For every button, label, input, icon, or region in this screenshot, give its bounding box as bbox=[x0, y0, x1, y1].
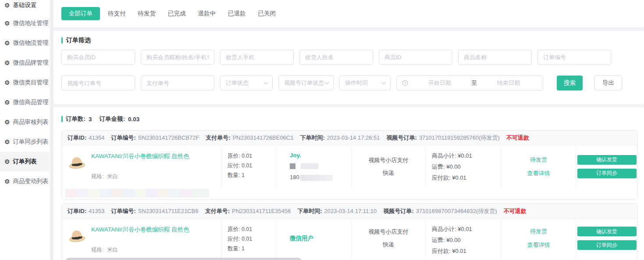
pay-no-label: 支付单号: bbox=[206, 134, 230, 141]
order-status-tabs: 全部订单待支付待发货已完成退款中已退款已关闭 bbox=[53, 0, 644, 27]
payment-cell: 视频号小店支付 快递 bbox=[351, 219, 425, 258]
video-order-status-select[interactable]: 视频号订单状态 bbox=[278, 76, 334, 90]
export-button[interactable]: 导出 bbox=[594, 76, 622, 90]
order-list: 订单ID:41354订单编号:SN2303141726BCB72F支付单号:PN… bbox=[61, 130, 638, 260]
sidebar-item[interactable]: ⚙订单列表 bbox=[0, 152, 49, 171]
sidebar-item[interactable]: ⚙微信地址管理 bbox=[0, 13, 49, 33]
order-sync-button[interactable]: 订单同步 bbox=[577, 240, 637, 250]
product-image-hat bbox=[68, 154, 86, 188]
sidebar-scrollbar[interactable] bbox=[49, 0, 52, 260]
start-date-placeholder: 开始日期 bbox=[411, 79, 469, 87]
video-order-value: 3710169870073464832(待发货) bbox=[416, 208, 497, 214]
order-tab[interactable]: 待支付 bbox=[108, 10, 126, 18]
sidebar-item[interactable]: ⚙商品审核列表 bbox=[0, 112, 49, 132]
filter-input[interactable] bbox=[458, 50, 532, 65]
order-tab[interactable]: 待发货 bbox=[138, 10, 156, 18]
sidebar-item-label: 微信物流管理 bbox=[13, 39, 49, 47]
filter-input[interactable] bbox=[61, 50, 135, 65]
product-name-link[interactable]: KAWATANI/川谷小卷檐编织帽 自然色 bbox=[91, 226, 189, 234]
price-line: 原价: 0.01 bbox=[228, 224, 276, 234]
confirm-ship-button[interactable]: 确认发货 bbox=[577, 155, 637, 165]
filter-input[interactable] bbox=[299, 50, 373, 65]
product-name-link[interactable]: KAWATANI/川谷小卷檐编织帽 自然色 bbox=[91, 152, 189, 160]
sidebar-item[interactable]: ⚙商品变动列表 bbox=[0, 171, 49, 191]
gear-icon: ⚙ bbox=[4, 99, 10, 105]
money-line: 运费: ¥0.00 bbox=[432, 235, 501, 246]
filter-title-text: 订单筛选 bbox=[66, 36, 91, 44]
view-detail-link[interactable]: 查看详情 bbox=[527, 241, 550, 249]
order-row: KAWATANI/川谷小卷檐编织帽 自然色 规格: 米白 原价: 0.01应付:… bbox=[62, 219, 637, 258]
gear-icon: ⚙ bbox=[4, 2, 10, 8]
main-content: 全部订单待支付待发货已完成退款中已退款已关闭 订单筛选 订单状态 视频号订单状态 bbox=[52, 0, 644, 260]
filter-input[interactable] bbox=[220, 50, 294, 65]
video-order: 视频号订单:3710170119159285760(待发货) bbox=[387, 134, 500, 142]
no-refund-flag: 不可退款 bbox=[504, 207, 527, 215]
view-detail-link[interactable]: 查看详情 bbox=[527, 170, 550, 177]
order-time-label: 下单时间: bbox=[297, 208, 322, 214]
sidebar-item[interactable]: ⚙微信品牌管理 bbox=[0, 53, 49, 72]
gear-icon: ⚙ bbox=[4, 20, 10, 26]
money-line: 运费: ¥0.00 bbox=[432, 161, 501, 172]
video-order: 视频号订单:3710169870073464832(待发货) bbox=[383, 207, 497, 215]
masked-phone-block bbox=[300, 175, 333, 181]
order-header: 订单ID:41353订单编号:SN2303141711E21CB6支付单号:PN… bbox=[62, 204, 637, 219]
order-card: 订单ID:41354订单编号:SN2303141726BCB72F支付单号:PN… bbox=[61, 130, 638, 200]
sidebar-item[interactable]: ⚙基础设置 bbox=[0, 0, 49, 13]
pay-no-value: PN2303141726BE06C1 bbox=[233, 134, 294, 141]
order-status-select[interactable]: 订单状态 bbox=[220, 76, 273, 90]
order-count-label: 订单数: bbox=[66, 115, 85, 123]
price-cell: 原价: 0.01应付: 0.01数量: 1 bbox=[221, 219, 276, 258]
masked-name bbox=[290, 163, 351, 169]
shipping-method: 快递 bbox=[383, 241, 394, 249]
pay-no: 支付单号:PN2303141726BE06C1 bbox=[206, 134, 293, 142]
pay-no-label: 支付单号: bbox=[205, 208, 230, 214]
filter-input[interactable] bbox=[141, 50, 214, 65]
money-line: 应付款: ¥0.01 bbox=[432, 246, 501, 256]
shipping-method: 快递 bbox=[383, 169, 394, 177]
sidebar-item[interactable]: ⚙微信类目管理 bbox=[0, 72, 49, 92]
search-button[interactable]: 搜索 bbox=[557, 76, 583, 90]
end-date-placeholder: 结束日期 bbox=[480, 79, 537, 87]
money-line: 应付款: ¥0.01 bbox=[432, 172, 501, 183]
product-image-hat bbox=[68, 228, 86, 258]
customer-phone: 180 bbox=[290, 174, 351, 181]
product-spec: 规格: 米白 bbox=[91, 173, 189, 181]
order-tab[interactable]: 已完成 bbox=[168, 10, 186, 18]
order-filter-panel: 订单筛选 订单状态 视频号订单状态 操作时间 bbox=[53, 31, 644, 104]
chevron-down-icon bbox=[382, 80, 386, 84]
date-range-picker[interactable]: 开始日期 至 结束日期 bbox=[396, 76, 543, 90]
payment-method: 视频号小店支付 bbox=[369, 156, 409, 164]
price-line: 应付: 0.01 bbox=[228, 161, 276, 170]
sidebar-item-label: 订单同步列表 bbox=[13, 138, 49, 146]
gear-icon: ⚙ bbox=[4, 119, 10, 125]
chevron-down-icon bbox=[325, 80, 329, 84]
payment-cell: 视频号小店支付 快递 bbox=[351, 145, 425, 188]
order-tab[interactable]: 退款中 bbox=[198, 10, 216, 18]
filter-input[interactable] bbox=[537, 50, 611, 65]
order-sync-button[interactable]: 订单同步 bbox=[577, 169, 637, 178]
operate-time-select[interactable]: 操作时间 bbox=[339, 76, 391, 90]
sidebar-item[interactable]: ⚙微信物流管理 bbox=[0, 33, 49, 53]
order-count-value: 3 bbox=[89, 116, 92, 123]
order-summary: 订单数: 3 订单金额: 0.03 bbox=[61, 115, 638, 123]
filter-input[interactable] bbox=[379, 50, 452, 65]
pay-no-value: PN2303141711E35456 bbox=[232, 208, 291, 214]
order-tab[interactable]: 全部订单 bbox=[61, 7, 100, 20]
sidebar-item[interactable]: ⚙微信商品管理 bbox=[0, 92, 49, 112]
order-id-value: 41353 bbox=[89, 208, 104, 214]
pay-no-input[interactable] bbox=[141, 76, 214, 90]
filter-row-2: 订单状态 视频号订单状态 操作时间 开始日期 至 结束日 bbox=[61, 76, 622, 90]
sidebar-item-label: 基础设置 bbox=[13, 1, 37, 9]
section-accent-bar bbox=[61, 37, 63, 43]
video-order-value: 3710170119159285760(待发货) bbox=[419, 134, 500, 141]
order-tab[interactable]: 已退款 bbox=[228, 10, 246, 18]
status-badge: 待发货 bbox=[530, 156, 547, 164]
sidebar-item[interactable]: ⚙订单同步列表 bbox=[0, 132, 49, 152]
order-tab[interactable]: 已关闭 bbox=[258, 10, 276, 18]
product-info: KAWATANI/川谷小卷檐编织帽 自然色 规格: 米白 bbox=[91, 152, 189, 188]
confirm-ship-button[interactable]: 确认发货 bbox=[577, 227, 637, 236]
order-sn: 订单编号:SN2303141726BCB72F bbox=[111, 134, 199, 142]
video-order-no-input[interactable] bbox=[61, 76, 135, 90]
money-line: 商品小计: ¥0.01 bbox=[432, 150, 501, 161]
masked-avatar-block bbox=[290, 163, 295, 169]
